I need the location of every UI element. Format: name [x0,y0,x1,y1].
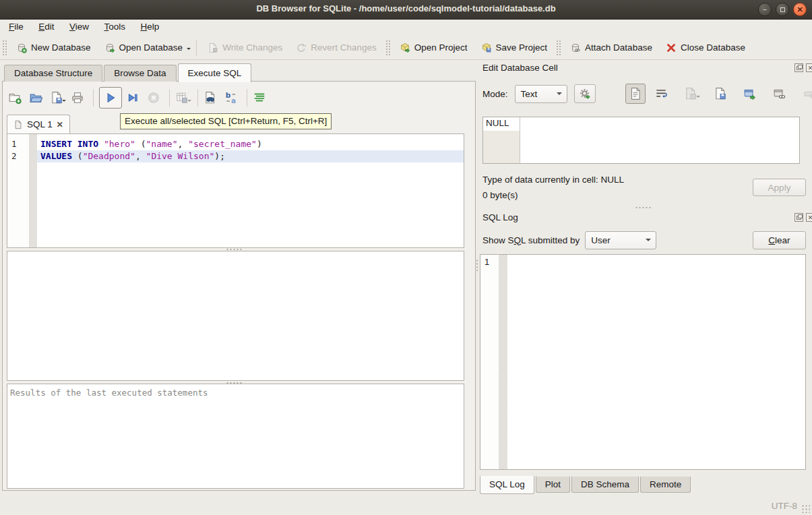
menu-file[interactable]: File [3,20,30,32]
code-line-1: INSERT INTO "hero" ("name", "secret_name… [37,138,464,150]
open-project-button[interactable]: Open Project [393,38,474,58]
sql-1-tab-close-icon[interactable]: ✕ [57,120,63,129]
line-number: 2 [7,150,29,162]
line-number: 1 [7,138,29,150]
open-database-label: Open Database [119,42,183,53]
attach-database-button[interactable]: Attach Database [563,38,659,58]
toolbar-drag-handle[interactable] [385,40,391,56]
execute-line-icon [126,91,139,104]
format-sql-button[interactable] [253,91,266,104]
save-sql-dropdown-arrow[interactable] [62,100,66,104]
menu-view[interactable]: View [63,20,95,32]
mode-label: Mode: [482,89,508,99]
set-null-button[interactable] [803,87,812,100]
editor-code-area[interactable]: INSERT INTO "hero" ("name", "secret_name… [37,134,464,247]
text-mode-toggle[interactable] [625,84,646,104]
open-project-icon [400,42,410,53]
save-results-dropdown-arrow[interactable] [187,100,191,104]
open-url-button[interactable] [773,87,786,100]
vertical-splitter-handle[interactable] [476,259,478,271]
sql-editor[interactable]: 1 2 INSERT INTO "hero" ("name", "secret_… [7,133,464,248]
word-wrap-button[interactable] [654,87,668,100]
log-filter-combobox[interactable]: User [585,231,656,249]
sql-log-float-button[interactable] [794,213,803,222]
resize-grip[interactable] [801,504,810,513]
sql-toolbar-separator [93,89,94,107]
open-external-icon [743,87,757,100]
new-database-button[interactable]: New Database [9,38,98,58]
tab-browse-data[interactable]: Browse Data [104,65,176,82]
save-sql-file-button[interactable] [50,91,63,104]
write-changes-button[interactable]: Write Changes [201,38,289,58]
minimize-button[interactable]: − [758,3,772,16]
revert-changes-button[interactable]: Revert Changes [289,38,383,58]
sql-log-close-button[interactable]: ✕ [806,213,812,222]
tab-database-structure[interactable]: Database Structure [4,65,102,82]
export-cell-data-button[interactable] [714,87,727,100]
tab-execute-sql[interactable]: Execute SQL [178,63,252,82]
tab-db-schema[interactable]: DB Schema [571,477,639,493]
maximize-button[interactable] [776,3,789,16]
find-button[interactable] [204,91,217,104]
mode-combobox[interactable]: Text [515,85,567,103]
execute-line-button[interactable] [126,91,139,104]
encoding-indicator[interactable]: UTF-8 [772,501,797,511]
auto-apply-button[interactable] [574,84,596,103]
open-in-external-button[interactable] [743,87,757,100]
log-content [507,255,805,469]
bottom-tab-bar: SQL Log Plot DB Schema Remote [480,477,692,495]
results-grid-pane[interactable] [7,251,464,381]
dock-splitter-handle[interactable] [635,206,652,209]
print-sql-button[interactable] [71,91,84,104]
clear-log-button[interactable]: Clear [753,231,806,249]
cell-size-info: 0 byte(s) [482,190,518,200]
menu-edit[interactable]: Edit [32,20,60,32]
tab-plot[interactable]: Plot [536,477,570,493]
tab-remote[interactable]: Remote [640,477,691,493]
tab-sql-log[interactable]: SQL Log [480,476,534,494]
cell-value-editor[interactable]: NULL [482,117,800,164]
close-button[interactable]: ✕ [793,3,807,16]
execute-all-icon [104,91,117,104]
sql-log-controls: Show SQL submitted by User [482,231,656,249]
save-project-icon [481,42,492,53]
log-line-number: 1 [485,257,489,267]
close-database-button[interactable]: Close Database [659,38,752,58]
toolbar-drag-handle[interactable] [2,40,7,56]
new-sql-tab-icon [8,91,22,104]
import-dropdown-arrow[interactable] [696,96,700,100]
import-data-icon [684,87,697,100]
stop-execution-button[interactable] [147,91,160,104]
edit-cell-controls: Mode: Text [482,84,596,103]
open-sql-tab-button[interactable] [8,91,22,104]
titlebar[interactable]: DB Browser for SQLite - /home/user/code/… [0,0,812,20]
revert-changes-icon [296,42,307,53]
text-document-icon [629,87,642,100]
results-message-pane[interactable]: Results of the last executed statements [7,384,464,489]
apply-button[interactable]: Apply [753,179,806,196]
execute-sql-panel: b a SQL 1 ✕ 1 2 INS [2,81,476,491]
replace-button[interactable]: b a [224,91,238,104]
import-cell-data-button[interactable] [684,87,697,100]
sql-1-tab[interactable]: SQL 1 ✕ [7,115,70,133]
open-sql-file-button[interactable] [29,91,42,104]
new-database-icon [16,42,27,53]
toolbar-drag-handle[interactable] [556,40,561,56]
sql-1-tab-label: SQL 1 [27,119,53,129]
edit-cell-close-button[interactable]: ✕ [806,63,812,72]
execute-all-button[interactable] [99,87,122,109]
cell-type-info: Type of data currently in cell: NULL [482,175,624,185]
svg-text:a: a [231,96,236,104]
print-icon [71,91,84,104]
edit-cell-float-button[interactable] [794,63,803,72]
save-results-button[interactable] [175,91,189,104]
menu-tools[interactable]: Tools [98,20,131,32]
open-database-button[interactable]: Open Database [98,38,190,58]
dock-close-icon: ✕ [808,214,812,221]
write-changes-label: Write Changes [222,42,282,53]
save-project-label: Save Project [496,42,548,53]
menu-help[interactable]: Help [134,20,165,32]
open-database-dropdown-arrow[interactable] [187,48,191,52]
save-project-button[interactable]: Save Project [474,38,555,58]
sql-log-view[interactable]: 1 [480,254,806,470]
